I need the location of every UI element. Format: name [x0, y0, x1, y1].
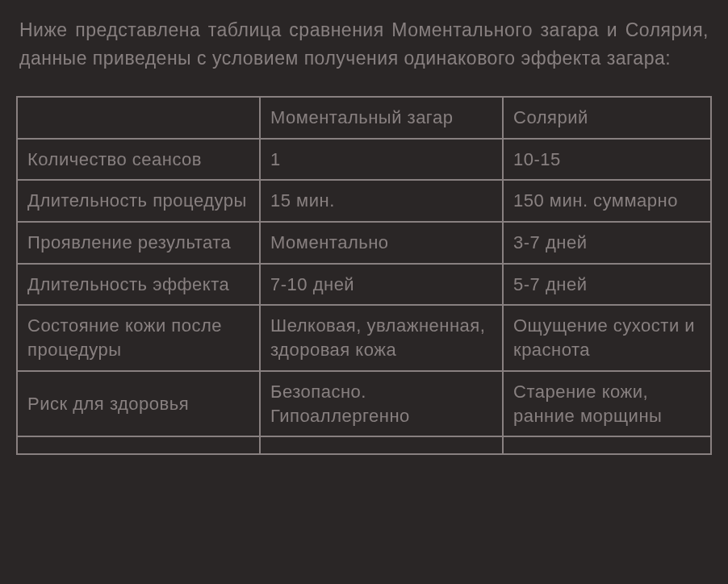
cell-solarium: 150 мин. суммарно — [503, 180, 711, 222]
cell-solarium — [503, 436, 711, 454]
row-label — [17, 436, 260, 454]
cell-instant-tan: Безопасно. Гипоаллергенно — [260, 371, 503, 436]
table-row: Риск для здоровья Безопасно. Гипоаллерге… — [17, 371, 711, 436]
table-row: Длительность процедуры 15 мин. 150 мин. … — [17, 180, 711, 222]
cell-instant-tan: Моментально — [260, 222, 503, 264]
table-row: Количество сеансов 1 10-15 — [17, 139, 711, 181]
intro-paragraph: Ниже представлена таблица сравнения Моме… — [16, 16, 712, 72]
cell-solarium: 5-7 дней — [503, 264, 711, 306]
table-row: Длительность эффекта 7-10 дней 5-7 дней — [17, 264, 711, 306]
cell-solarium: 10-15 — [503, 139, 711, 181]
row-label: Длительность процедуры — [17, 180, 260, 222]
cell-solarium: Старение кожи, ранние морщины — [503, 371, 711, 436]
row-label: Длительность эффекта — [17, 264, 260, 306]
cell-instant-tan: 7-10 дней — [260, 264, 503, 306]
header-solarium: Солярий — [503, 97, 711, 139]
cell-instant-tan: 15 мин. — [260, 180, 503, 222]
cell-instant-tan: Шелковая, увлажненная, здоровая кожа — [260, 305, 503, 370]
row-label: Проявление результата — [17, 222, 260, 264]
table-row — [17, 436, 711, 454]
cell-instant-tan — [260, 436, 503, 454]
table-row: Проявление результата Моментально 3-7 дн… — [17, 222, 711, 264]
table-row: Состояние кожи после процедуры Шелковая,… — [17, 305, 711, 370]
row-label: Риск для здоровья — [17, 371, 260, 436]
table-header-row: Моментальный загар Солярий — [17, 97, 711, 139]
row-label: Количество сеансов — [17, 139, 260, 181]
cell-solarium: Ощущение сухости и краснота — [503, 305, 711, 370]
cell-solarium: 3-7 дней — [503, 222, 711, 264]
cell-instant-tan: 1 — [260, 139, 503, 181]
row-label: Состояние кожи после процедуры — [17, 305, 260, 370]
header-instant-tan: Моментальный загар — [260, 97, 503, 139]
comparison-table: Моментальный загар Солярий Количество се… — [16, 96, 712, 455]
header-empty — [17, 97, 260, 139]
